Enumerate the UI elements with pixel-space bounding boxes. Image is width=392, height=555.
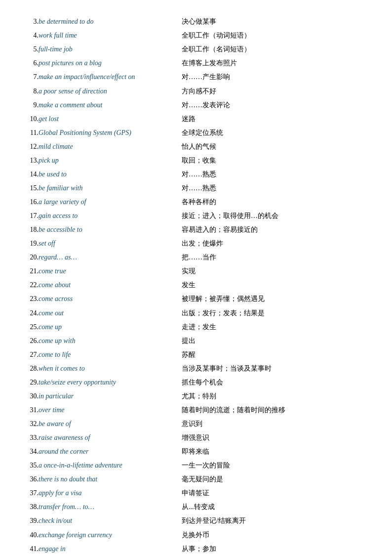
- item-number: 17.: [23, 209, 39, 223]
- item-number: 18.: [23, 223, 39, 237]
- item-number: 6.: [23, 56, 39, 70]
- table-row: 34.around the corner即将来临: [23, 445, 369, 459]
- item-english: be used to: [39, 168, 182, 181]
- table-row: 29.take/seize every opportunity抓住每个机会: [23, 376, 369, 389]
- item-number: 15.: [23, 181, 39, 195]
- table-row: 37.apply for a visa申请签证: [23, 486, 369, 500]
- table-row: 31.over time随着时间的流逝；随着时间的推移: [23, 403, 369, 417]
- item-english: come across: [39, 292, 182, 306]
- item-number: 36.: [23, 472, 39, 486]
- item-chinese: 从事；参加: [182, 542, 369, 555]
- item-chinese: 怡人的气候: [182, 140, 369, 154]
- item-number: 16.: [23, 195, 39, 209]
- item-english: come out: [39, 306, 182, 320]
- table-row: 16.a large variety of各种各样的: [23, 195, 369, 209]
- item-number: 32.: [23, 417, 39, 431]
- item-english: take/seize every opportunity: [39, 376, 182, 389]
- item-english: a large variety of: [39, 195, 182, 209]
- item-english: over time: [39, 403, 182, 417]
- item-number: 10.: [23, 112, 39, 126]
- table-row: 6.post pictures on a blog在博客上发布照片: [23, 56, 369, 70]
- table-row: 13.pick up取回；收集: [23, 154, 369, 168]
- item-english: come about: [39, 278, 182, 292]
- item-english: a poor sense of direction: [39, 84, 182, 98]
- item-chinese: 迷路: [182, 112, 369, 126]
- item-chinese: 一生一次的冒险: [182, 459, 369, 472]
- item-number: 40.: [23, 528, 39, 542]
- item-chinese: 取回；收集: [182, 154, 369, 168]
- item-chinese: 走进；发生: [182, 320, 369, 334]
- table-row: 39.check in/out到达并登记/结账离开: [23, 514, 369, 528]
- item-chinese: 各种各样的: [182, 195, 369, 209]
- item-english: in particular: [39, 389, 182, 403]
- item-chinese: 发生: [182, 278, 369, 292]
- item-english: when it comes to: [39, 362, 182, 376]
- table-row: 21.come true实现: [23, 264, 369, 278]
- item-number: 39.: [23, 514, 39, 528]
- table-row: 3.be determined to do决心做某事: [23, 15, 369, 29]
- item-english: set off: [39, 237, 182, 251]
- table-row: 41.engage in从事；参加: [23, 542, 369, 555]
- item-chinese: 随着时间的流逝；随着时间的推移: [182, 403, 369, 417]
- item-number: 38.: [23, 500, 39, 514]
- table-row: 28.when it comes to当涉及某事时；当谈及某事时: [23, 362, 369, 376]
- item-number: 31.: [23, 403, 39, 417]
- item-number: 12.: [23, 140, 39, 154]
- item-chinese: 当涉及某事时；当谈及某事时: [182, 362, 369, 376]
- table-row: 33.raise awareness of增强意识: [23, 431, 369, 445]
- item-number: 19.: [23, 237, 39, 251]
- item-chinese: 苏醒: [182, 348, 369, 362]
- item-english: come up with: [39, 334, 182, 347]
- item-english: engage in: [39, 542, 182, 555]
- table-row: 32.be aware of意识到: [23, 417, 369, 431]
- item-chinese: 尤其；特别: [182, 389, 369, 403]
- item-number: 7.: [23, 70, 39, 84]
- table-row: 23.come across被理解；被弄懂；偶然遇见: [23, 292, 369, 306]
- item-number: 27.: [23, 348, 39, 362]
- item-chinese: 在博客上发布照片: [182, 56, 369, 70]
- item-english: Global Positioning System (GPS): [39, 126, 182, 140]
- item-number: 35.: [23, 459, 39, 472]
- item-number: 29.: [23, 376, 39, 389]
- item-chinese: 增强意识: [182, 431, 369, 445]
- table-row: 10.get lost迷路: [23, 112, 369, 126]
- item-chinese: 全职工作（动词短语）: [182, 29, 369, 43]
- vocab-table: 3.be determined to do决心做某事4.work full ti…: [23, 15, 369, 555]
- item-number: 41.: [23, 542, 39, 555]
- table-row: 24.come out出版；发行；发表；结果是: [23, 306, 369, 320]
- item-english: pick up: [39, 154, 182, 168]
- table-row: 35.a once-in-a-lifetime adventure一生一次的冒险: [23, 459, 369, 472]
- table-row: 27.come to life苏醒: [23, 348, 369, 362]
- item-chinese: 对……发表评论: [182, 98, 369, 112]
- item-english: there is no doubt that: [39, 472, 182, 486]
- item-english: make an impact/influence/effect on: [39, 70, 182, 84]
- item-english: be accessible to: [39, 223, 182, 237]
- item-number: 14.: [23, 168, 39, 181]
- item-chinese: 意识到: [182, 417, 369, 431]
- item-english: full-time job: [39, 43, 182, 56]
- table-row: 15.be familiar with对……熟悉: [23, 181, 369, 195]
- item-number: 33.: [23, 431, 39, 445]
- item-english: regard… as…: [39, 251, 182, 264]
- item-number: 11.: [23, 126, 39, 140]
- item-number: 34.: [23, 445, 39, 459]
- item-number: 8.: [23, 84, 39, 98]
- item-chinese: 从...转变成: [182, 500, 369, 514]
- item-number: 13.: [23, 154, 39, 168]
- item-chinese: 提出: [182, 334, 369, 347]
- item-chinese: 出版；发行；发表；结果是: [182, 306, 369, 320]
- table-row: 12.mild climate怡人的气候: [23, 140, 369, 154]
- item-english: around the corner: [39, 445, 182, 459]
- item-chinese: 对……熟悉: [182, 181, 369, 195]
- table-row: 30.in particular尤其；特别: [23, 389, 369, 403]
- table-row: 9.make a comment about对……发表评论: [23, 98, 369, 112]
- item-english: come to life: [39, 348, 182, 362]
- item-english: post pictures on a blog: [39, 56, 182, 70]
- item-chinese: 接近；进入；取得使用…的机会: [182, 209, 369, 223]
- item-english: transfer from… to…: [39, 500, 182, 514]
- item-number: 37.: [23, 486, 39, 500]
- table-row: 17.gain access to接近；进入；取得使用…的机会: [23, 209, 369, 223]
- item-chinese: 对……产生影响: [182, 70, 369, 84]
- table-row: 8.a poor sense of direction方向感不好: [23, 84, 369, 98]
- item-chinese: 兑换外币: [182, 528, 369, 542]
